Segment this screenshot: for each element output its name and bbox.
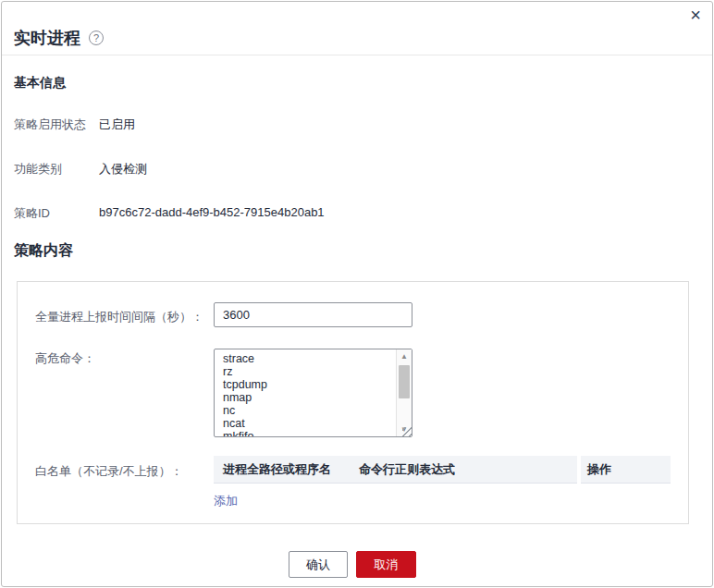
- policy-status-row: 策略启用状态 已启用: [14, 116, 97, 132]
- add-whitelist-link[interactable]: 添加: [214, 493, 238, 509]
- report-interval-label: 全量进程上报时间间隔（秒）：: [35, 309, 203, 325]
- realtime-process-policy-dialog: × 实时进程? 基本信息 策略启用状态 已启用 功能类别 入侵检测 策略ID b…: [1, 1, 713, 587]
- report-interval-input[interactable]: [214, 302, 412, 327]
- page-title: 实时进程?: [14, 27, 104, 49]
- confirm-button[interactable]: 确认: [289, 551, 348, 578]
- column-header-operation: 操作: [581, 456, 671, 484]
- basic-info-heading: 基本信息: [14, 75, 66, 92]
- policy-status-value: 已启用: [99, 116, 654, 133]
- scroll-up-icon[interactable]: ▲: [397, 349, 412, 363]
- whitelist-table: 进程全路径或程序名 命令行正则表达式 操作: [214, 456, 671, 484]
- dialog-title-text: 实时进程: [14, 29, 80, 47]
- policy-id-label: 策略ID: [14, 205, 97, 222]
- policy-content-heading: 策略内容: [14, 241, 73, 261]
- policy-id-value: b97c6c72-dadd-4ef9-b452-7915e4b20ab1: [99, 205, 654, 219]
- column-header-cmdline-regex: 命令行正则表达式: [349, 456, 577, 484]
- policy-content-box: 全量进程上报时间间隔（秒）： 高危命令： strace rz tcpdump n…: [17, 281, 689, 524]
- whitelist-label: 白名单（不记录/不上报）：: [35, 463, 183, 480]
- dangerous-commands-label: 高危命令：: [35, 350, 95, 367]
- policy-status-label: 策略启用状态: [14, 116, 97, 133]
- title-divider: [2, 55, 712, 55]
- dangerous-commands-text: strace rz tcpdump nmap nc ncat mkfifo: [215, 349, 396, 436]
- commands-scrollbar[interactable]: ▲ ▼: [396, 349, 412, 436]
- function-category-row: 功能类别 入侵检测: [14, 161, 97, 177]
- function-category-value: 入侵检测: [99, 161, 654, 178]
- dangerous-commands-textarea[interactable]: strace rz tcpdump nmap nc ncat mkfifo ▲ …: [214, 349, 412, 437]
- scrollbar-thumb[interactable]: [399, 365, 410, 398]
- function-category-label: 功能类别: [14, 161, 97, 178]
- policy-id-row: 策略ID b97c6c72-dadd-4ef9-b452-7915e4b20ab…: [14, 205, 97, 221]
- resize-grip-icon[interactable]: [402, 427, 412, 436]
- cancel-button[interactable]: 取消: [356, 551, 416, 578]
- help-icon[interactable]: ?: [89, 31, 104, 45]
- close-icon[interactable]: ×: [690, 6, 701, 24]
- column-header-process-path: 进程全路径或程序名: [214, 456, 349, 484]
